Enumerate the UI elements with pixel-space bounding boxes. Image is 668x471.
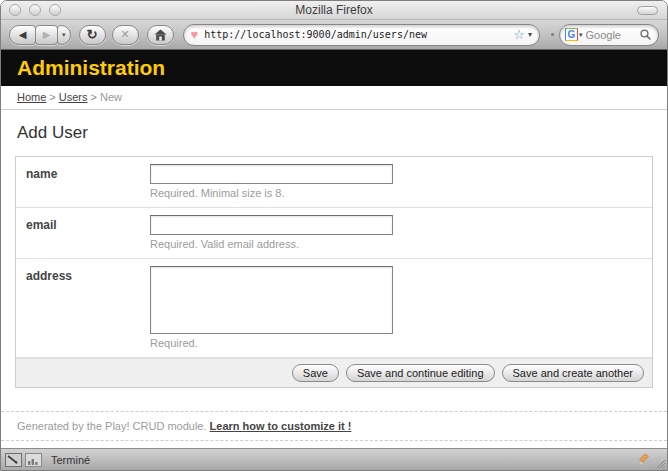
- stop-button[interactable]: ✕: [112, 25, 139, 45]
- crud-footer: Generated by the Play! CRUD module.Learn…: [1, 411, 667, 441]
- save-button[interactable]: Save: [292, 364, 339, 382]
- home-icon: [154, 29, 167, 41]
- status-text: Terminé: [51, 454, 90, 466]
- edit-pencil-icon[interactable]: [638, 453, 651, 466]
- page-content: Administration Home>Users>New Add User n…: [1, 50, 667, 448]
- email-field-help: Required. Valid email address.: [150, 238, 393, 252]
- admin-header: Administration: [1, 50, 667, 86]
- search-engine-dropdown-icon[interactable]: ▾: [579, 31, 583, 39]
- breadcrumb: Home>Users>New: [1, 86, 667, 110]
- add-user-form: name Required. Minimal size is 8. email …: [15, 156, 653, 388]
- name-field-label: name: [26, 164, 150, 201]
- save-and-continue-button[interactable]: Save and continue editing: [346, 364, 495, 382]
- form-row-email: email Required. Valid email address.: [16, 208, 652, 259]
- search-icon[interactable]: [640, 29, 651, 40]
- save-and-create-another-button[interactable]: Save and create another: [502, 364, 644, 382]
- url-input[interactable]: [204, 29, 509, 40]
- breadcrumb-separator: >: [49, 91, 55, 103]
- scroll-pen-icon[interactable]: [5, 453, 22, 467]
- location-dropdown-icon[interactable]: ▾: [528, 30, 532, 39]
- stats-chart-icon[interactable]: [25, 453, 42, 467]
- browser-window: Mozilla Firefox ◀ ▶ ▾ ↻ ✕ ♥ ☆ ▾: [0, 0, 668, 471]
- back-button[interactable]: ◀: [9, 25, 36, 45]
- stop-icon: ✕: [120, 28, 129, 41]
- reload-icon: ↻: [87, 27, 98, 42]
- breadcrumb-current: New: [100, 91, 122, 103]
- breadcrumb-separator: >: [91, 91, 97, 103]
- resize-grip[interactable]: [652, 455, 666, 469]
- search-input[interactable]: [586, 29, 640, 41]
- email-field-label: email: [26, 215, 150, 252]
- window-title: Mozilla Firefox: [1, 1, 667, 19]
- site-favicon-heart-icon: ♥: [191, 28, 199, 41]
- name-field-help: Required. Minimal size is 8.: [150, 187, 393, 201]
- toolbar-toggle-button[interactable]: [637, 6, 658, 15]
- footer-text: Generated by the Play! CRUD module.: [17, 420, 207, 432]
- page-title: Add User: [17, 123, 667, 143]
- address-field[interactable]: [150, 266, 393, 334]
- breadcrumb-link-home[interactable]: Home: [17, 91, 46, 103]
- address-field-help: Required.: [150, 337, 393, 351]
- history-dropdown-button[interactable]: ▾: [57, 25, 71, 45]
- title-bar: Mozilla Firefox: [1, 1, 667, 20]
- name-field[interactable]: [150, 164, 393, 184]
- admin-header-title: Administration: [1, 56, 165, 80]
- reload-button[interactable]: ↻: [79, 25, 106, 45]
- google-engine-icon[interactable]: G: [565, 28, 578, 41]
- form-row-name: name Required. Minimal size is 8.: [16, 157, 652, 208]
- footer-customize-link[interactable]: Learn how to customize it !: [210, 420, 352, 432]
- toolbar-splitter[interactable]: [551, 33, 554, 36]
- status-bar: Terminé: [1, 448, 667, 470]
- search-box[interactable]: G ▾: [559, 24, 659, 46]
- email-field[interactable]: [150, 215, 393, 235]
- forward-button[interactable]: ▶: [35, 25, 58, 45]
- navigation-toolbar: ◀ ▶ ▾ ↻ ✕ ♥ ☆ ▾ G ▾: [1, 20, 667, 50]
- location-bar[interactable]: ♥ ☆ ▾: [183, 24, 540, 46]
- form-row-address: address Required.: [16, 259, 652, 358]
- form-actions-bar: Save Save and continue editing Save and …: [16, 358, 652, 387]
- forward-icon: ▶: [43, 29, 51, 40]
- breadcrumb-link-users[interactable]: Users: [59, 91, 88, 103]
- chevron-down-icon: ▾: [62, 31, 66, 39]
- back-forward-group: ◀ ▶ ▾: [9, 25, 71, 45]
- bookmark-star-icon[interactable]: ☆: [513, 28, 525, 41]
- back-icon: ◀: [19, 29, 27, 40]
- address-field-label: address: [26, 266, 150, 351]
- home-button[interactable]: [147, 25, 174, 45]
